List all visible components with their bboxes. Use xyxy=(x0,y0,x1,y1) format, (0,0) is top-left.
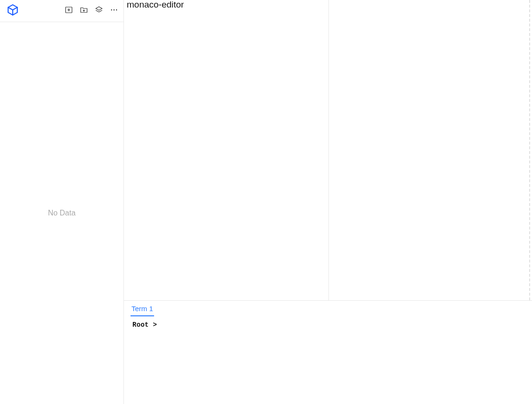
editor-panel[interactable]: monaco-editor xyxy=(124,0,329,300)
more-icon[interactable] xyxy=(109,5,119,15)
terminal-prompt-user: Root xyxy=(132,321,149,329)
main-area: monaco-editor Term 1 Root > xyxy=(124,0,532,404)
sidebar-actions xyxy=(64,5,119,15)
editor-title: monaco-editor xyxy=(127,0,326,10)
terminal-panel: Term 1 Root > xyxy=(124,301,532,404)
new-file-icon[interactable] xyxy=(64,5,74,15)
terminal-prompt-symbol: > xyxy=(153,321,157,329)
terminal-tabs: Term 1 xyxy=(131,304,525,316)
terminal-body[interactable]: Root > xyxy=(131,316,525,333)
new-folder-icon[interactable] xyxy=(79,5,89,15)
editor-row: monaco-editor xyxy=(124,0,532,301)
svg-point-7 xyxy=(116,9,117,10)
app-root: No Data monaco-editor Term 1 Root > xyxy=(0,0,532,404)
sidebar-header xyxy=(0,0,123,22)
layers-icon[interactable] xyxy=(94,5,104,15)
preview-panel xyxy=(329,0,530,300)
file-sidebar: No Data xyxy=(0,0,124,404)
app-logo-icon xyxy=(7,4,19,16)
svg-point-6 xyxy=(114,9,115,10)
terminal-tab-1[interactable]: Term 1 xyxy=(131,304,154,316)
svg-point-5 xyxy=(111,9,112,10)
empty-state-text: No Data xyxy=(48,209,76,217)
terminal-prompt: Root > xyxy=(132,321,161,329)
sidebar-body: No Data xyxy=(0,22,123,404)
